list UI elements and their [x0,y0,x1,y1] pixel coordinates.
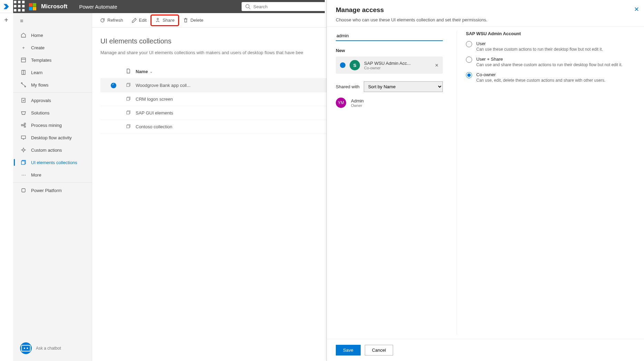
sidebar-item-label: Home [31,33,43,38]
product-name: Power Automate [79,4,117,10]
hamburger-icon[interactable]: ≡ [13,13,92,29]
solutions-icon [21,110,26,116]
svg-rect-24 [21,345,30,351]
sidebar-item-label: Custom actions [31,148,62,153]
gear-icon [21,147,26,153]
share-icon [155,18,160,23]
radio-icon[interactable] [466,41,472,47]
monitor-icon [21,135,26,140]
refresh-icon [100,18,105,23]
people-search-input[interactable] [336,31,443,41]
collection-icon [126,96,131,101]
svg-rect-15 [22,98,25,102]
svg-rect-7 [18,9,20,11]
sidebar-item-custom-actions[interactable]: Custom actions [13,144,92,156]
svg-rect-32 [127,125,129,128]
chatbot-button[interactable] [20,342,32,354]
svg-rect-28 [127,84,129,87]
cancel-button[interactable]: Cancel [365,345,393,355]
sidebar-item-label: Process mining [31,123,62,128]
edit-icon [131,18,137,23]
refresh-button[interactable]: Refresh [96,16,127,25]
sidebar-item-more[interactable]: ⋯More [13,169,92,181]
svg-rect-31 [127,111,129,114]
row-checkbox[interactable] [111,83,116,88]
app-tab[interactable] [0,0,12,13]
new-user-radio[interactable] [340,62,345,68]
svg-rect-19 [21,136,26,139]
sidebar-item-label: Approvals [31,98,51,103]
close-icon[interactable]: ✕ [634,6,639,13]
platform-icon [21,188,26,193]
svg-line-10 [249,8,250,9]
brand-name: Microsoft [41,3,68,10]
sidebar-item-label: Templates [31,58,51,63]
save-button[interactable]: Save [336,345,361,355]
radio-icon[interactable] [466,72,472,78]
sidebar-item-learn[interactable]: Learn [13,66,92,79]
permission-co-owner[interactable]: Co-ownerCan use, edit, delete these cust… [466,72,635,83]
remove-user-icon[interactable]: ✕ [435,63,439,68]
mining-icon [21,122,26,128]
manage-access-panel: ✕ Manage access Choose who can use these… [326,0,644,361]
permissions-account-title: SAP WSU Admin Account [466,31,635,36]
svg-rect-11 [21,58,26,62]
chatbot-icon [20,342,32,354]
admin-role: Owner [351,103,364,108]
admin-name: Admin [351,98,364,103]
radio-icon[interactable] [466,57,472,63]
svg-rect-6 [14,9,16,11]
sidebar-item-label: Learn [31,70,42,75]
more-icon: ⋯ [21,172,26,178]
search-icon [245,4,251,9]
sidebar-item-process-mining[interactable]: Process mining [13,119,92,131]
new-user-chip[interactable]: S SAP WSU Admin Acc... Co-owner ✕ [336,57,443,74]
delete-button[interactable]: Delete [179,16,207,25]
plus-icon: + [21,45,26,50]
collections-icon [21,160,26,165]
sidebar-item-power-platform[interactable]: Power Platform [13,184,92,197]
edit-button[interactable]: Edit [128,16,150,25]
app-launcher-icon[interactable] [13,0,26,13]
panel-title: Manage access [336,6,635,14]
sort-select[interactable]: Sort by Name [364,81,443,92]
svg-rect-0 [14,1,16,3]
sidebar-item-desktop-flow[interactable]: Desktop flow activity [13,131,92,144]
sidebar-item-ui-elements[interactable]: UI elements collections [13,156,92,169]
permission-user[interactable]: UserCan use these custom actions to run … [466,41,635,52]
new-tab-button[interactable]: + [2,16,10,24]
svg-point-9 [246,4,249,8]
sidebar-item-templates[interactable]: Templates [13,54,92,66]
sidebar-item-home[interactable]: Home [13,29,92,41]
sidebar: ≡ Home +Create Templates Learn My flows … [13,13,92,361]
svg-rect-8 [22,9,25,11]
panel-subtitle: Choose who can use these UI elements col… [336,17,635,22]
templates-icon [21,57,26,63]
shared-user-row: YM Admin Owner [336,98,443,108]
sidebar-item-label: More [31,172,41,178]
sidebar-item-create[interactable]: +Create [13,41,92,54]
svg-rect-22 [21,161,25,164]
svg-rect-2 [22,1,25,3]
sidebar-item-label: Create [31,45,45,50]
sidebar-item-approvals[interactable]: Approvals [13,94,92,107]
new-user-name: SAP WSU Admin Acc... [364,61,411,66]
svg-rect-4 [18,5,20,7]
new-user-role: Co-owner [364,66,411,70]
sidebar-item-label: Power Platform [31,188,62,193]
svg-point-27 [157,18,158,20]
approval-icon [21,98,26,103]
delete-icon [183,18,188,23]
sidebar-item-solutions[interactable]: Solutions [13,107,92,119]
sidebar-item-label: Solutions [31,110,49,116]
collection-icon [126,123,131,129]
svg-rect-3 [14,5,16,7]
sidebar-item-my-flows[interactable]: My flows [13,79,92,91]
book-icon [21,70,26,75]
avatar: S [350,60,360,70]
sidebar-item-label: UI elements collections [31,160,77,165]
svg-rect-1 [18,1,20,3]
share-button[interactable]: Share [152,16,178,25]
permission-user-share[interactable]: User + ShareCan use and share these cust… [466,57,635,67]
chatbot-label: Ask a chatbot [36,346,61,351]
